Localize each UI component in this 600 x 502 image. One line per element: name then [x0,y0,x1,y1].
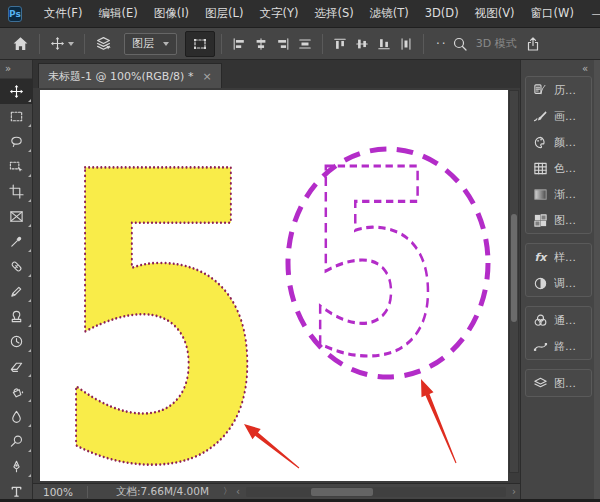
chevron-down-icon [163,42,169,46]
align-middle-vertical-icon [355,37,369,51]
gradients-icon [533,187,548,202]
distribute-vertical-button[interactable] [395,31,417,57]
home-icon [12,35,29,52]
document-info: 文档:7.66M/4.00M [116,485,209,499]
tool-spot-healing-brush[interactable] [0,254,33,279]
toolbar-expand-button[interactable]: » [0,60,32,79]
menu-image[interactable]: 图像(I) [146,1,197,26]
tab-close-icon[interactable]: × [202,70,211,83]
divider [39,34,40,54]
divider [423,34,424,54]
panel-tab-channels[interactable]: 通… [526,307,591,333]
panel-tab-history[interactable]: 历… [526,77,591,103]
panel-tab-gradients[interactable]: 渐… [526,181,591,207]
tool-history-brush[interactable] [0,329,33,354]
rectangular-marquee-icon [9,109,24,124]
spot-healing-brush-icon [9,259,24,274]
panel-group-3: 通… 路… [525,306,592,360]
zoom-level[interactable]: 100% [33,486,88,498]
search-button[interactable] [448,31,472,57]
menu-file[interactable]: 文件(F) [36,1,91,26]
align-middle-vertical-button[interactable] [351,31,373,57]
vertical-scrollbar[interactable] [509,90,519,473]
move-tool-options-button[interactable] [46,31,78,57]
tool-lasso[interactable] [0,129,33,154]
share-icon [525,36,541,52]
distribute-horizontal-icon [298,37,312,51]
align-bottom-button[interactable] [373,31,395,57]
panel-label: 调… [554,276,576,291]
home-button[interactable] [8,31,33,57]
panel-label: 画… [554,109,576,124]
panel-tab-adjustments[interactable]: 调… [526,270,591,296]
mode-3d-label: 3D 模式 [476,36,517,51]
menu-layer[interactable]: 图层(L) [197,1,251,26]
status-flyout-arrow[interactable]: 〉 [223,485,232,498]
panel-dock: « 历… 画… [520,60,600,499]
align-right-icon [276,37,290,51]
menu-filter[interactable]: 滤镜(T) [362,1,417,26]
panel-collapse-button[interactable]: « [521,60,600,76]
tool-move[interactable] [0,79,33,104]
app-logo-icon[interactable]: Ps [8,6,22,22]
transform-controls-icon [192,36,208,52]
tool-paint-bucket[interactable] [0,379,33,404]
horizontal-scrollbar[interactable] [246,487,506,497]
tool-eraser[interactable] [0,354,33,379]
tool-pen[interactable] [0,454,33,479]
layer-select-dropdown[interactable]: 图层 [124,33,177,55]
panel-tab-color[interactable]: 颜… [526,129,591,155]
tool-object-selection[interactable] [0,154,33,179]
window-controls: — ☐ ✕ [582,0,600,27]
document-tab[interactable]: 未标题-1 @ 100%(RGB/8) * × [38,63,222,88]
options-bar: 图层 [0,27,600,60]
distribute-vertical-icon [399,37,413,51]
tool-rectangular-marquee[interactable] [0,104,33,129]
auto-select-button[interactable] [91,31,116,57]
panel-label: 历… [554,83,576,98]
styles-icon: fx [533,250,548,265]
pen-icon [9,459,24,474]
horizontal-scrollbar-thumb[interactable] [311,488,373,496]
tool-clone-stamp[interactable] [0,304,33,329]
scroll-left-arrow[interactable]: ‹ [236,486,240,497]
menu-select[interactable]: 选择(S) [306,1,361,26]
align-left-button[interactable] [228,31,250,57]
tool-brush[interactable] [0,279,33,304]
panel-tab-brushes[interactable]: 画… [526,103,591,129]
scroll-right-arrow[interactable]: › [512,486,516,497]
panel-tab-patterns[interactable]: 图… [526,207,591,233]
chevron-down-icon [68,42,74,46]
yellow-number: 5 [52,90,269,481]
menu-type[interactable]: 文字(Y) [251,1,306,26]
more-options-button[interactable]: ·· [436,37,448,51]
menu-3d[interactable]: 3D(D) [417,1,467,26]
tool-eyedropper[interactable] [0,229,33,254]
share-button[interactable] [521,31,545,57]
tool-blur[interactable] [0,404,33,429]
tool-dodge[interactable] [0,429,33,454]
vertical-scrollbar-thumb[interactable] [511,214,517,322]
align-center-horizontal-button[interactable] [250,31,272,57]
canvas[interactable]: 5 5 [40,90,508,481]
type-tool-icon [9,484,24,499]
menu-edit[interactable]: 编辑(E) [90,1,145,26]
menu-view[interactable]: 视图(V) [467,1,523,26]
show-transform-controls-button[interactable] [185,31,215,57]
panel-tab-paths[interactable]: 路… [526,333,591,359]
frame-icon [9,209,24,224]
align-bottom-icon [377,37,391,51]
panel-tab-layers[interactable]: 图… [526,370,591,396]
distribute-horizontal-button[interactable] [294,31,316,57]
panel-tab-swatches[interactable]: 色… [526,155,591,181]
panel-label: 路… [554,339,576,354]
tool-crop[interactable] [0,179,33,204]
minimize-button[interactable]: — [582,0,600,27]
tool-frame[interactable] [0,204,33,229]
align-top-button[interactable] [329,31,351,57]
align-right-button[interactable] [272,31,294,57]
menu-window[interactable]: 窗口(W) [523,1,582,26]
patterns-icon [533,213,548,228]
panel-tab-styles[interactable]: fx 样… [526,244,591,270]
adjustments-icon [533,276,548,291]
